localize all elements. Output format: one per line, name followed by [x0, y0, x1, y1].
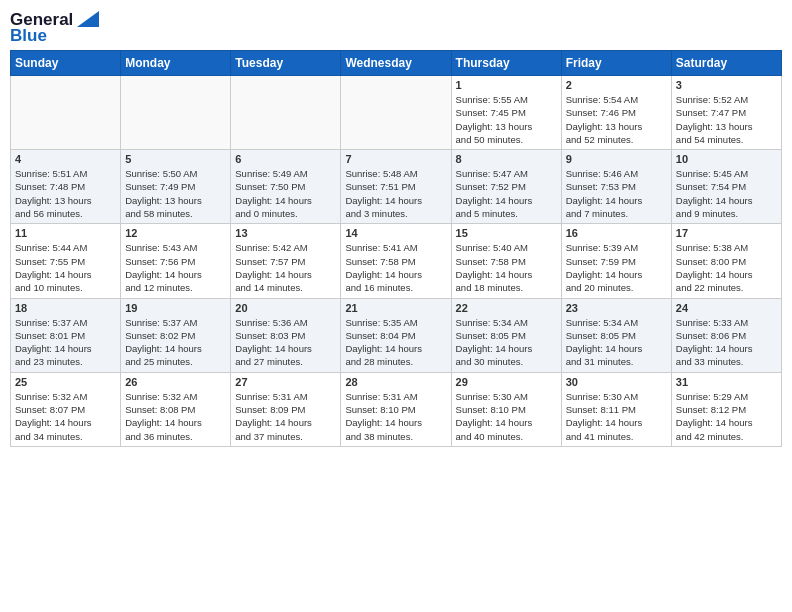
day-info: Sunrise: 5:52 AM Sunset: 7:47 PM Dayligh… — [676, 93, 777, 146]
day-number: 26 — [125, 376, 226, 388]
calendar-week-row: 18Sunrise: 5:37 AM Sunset: 8:01 PM Dayli… — [11, 298, 782, 372]
day-info: Sunrise: 5:39 AM Sunset: 7:59 PM Dayligh… — [566, 241, 667, 294]
day-number: 31 — [676, 376, 777, 388]
day-info: Sunrise: 5:38 AM Sunset: 8:00 PM Dayligh… — [676, 241, 777, 294]
day-info: Sunrise: 5:40 AM Sunset: 7:58 PM Dayligh… — [456, 241, 557, 294]
day-info: Sunrise: 5:35 AM Sunset: 8:04 PM Dayligh… — [345, 316, 446, 369]
calendar-cell: 8Sunrise: 5:47 AM Sunset: 7:52 PM Daylig… — [451, 150, 561, 224]
page-header: General Blue — [10, 10, 782, 46]
calendar-cell: 14Sunrise: 5:41 AM Sunset: 7:58 PM Dayli… — [341, 224, 451, 298]
calendar-cell: 22Sunrise: 5:34 AM Sunset: 8:05 PM Dayli… — [451, 298, 561, 372]
day-info: Sunrise: 5:43 AM Sunset: 7:56 PM Dayligh… — [125, 241, 226, 294]
calendar-cell — [11, 76, 121, 150]
calendar-cell: 21Sunrise: 5:35 AM Sunset: 8:04 PM Dayli… — [341, 298, 451, 372]
calendar-week-row: 1Sunrise: 5:55 AM Sunset: 7:45 PM Daylig… — [11, 76, 782, 150]
logo: General Blue — [10, 10, 99, 46]
calendar-week-row: 11Sunrise: 5:44 AM Sunset: 7:55 PM Dayli… — [11, 224, 782, 298]
day-number: 18 — [15, 302, 116, 314]
day-info: Sunrise: 5:34 AM Sunset: 8:05 PM Dayligh… — [456, 316, 557, 369]
calendar-cell — [121, 76, 231, 150]
day-info: Sunrise: 5:34 AM Sunset: 8:05 PM Dayligh… — [566, 316, 667, 369]
calendar-cell: 9Sunrise: 5:46 AM Sunset: 7:53 PM Daylig… — [561, 150, 671, 224]
day-number: 16 — [566, 227, 667, 239]
calendar-cell: 17Sunrise: 5:38 AM Sunset: 8:00 PM Dayli… — [671, 224, 781, 298]
weekday-header-monday: Monday — [121, 51, 231, 76]
calendar-cell: 28Sunrise: 5:31 AM Sunset: 8:10 PM Dayli… — [341, 372, 451, 446]
calendar-cell: 24Sunrise: 5:33 AM Sunset: 8:06 PM Dayli… — [671, 298, 781, 372]
day-info: Sunrise: 5:31 AM Sunset: 8:09 PM Dayligh… — [235, 390, 336, 443]
day-info: Sunrise: 5:47 AM Sunset: 7:52 PM Dayligh… — [456, 167, 557, 220]
day-number: 9 — [566, 153, 667, 165]
calendar-cell: 4Sunrise: 5:51 AM Sunset: 7:48 PM Daylig… — [11, 150, 121, 224]
day-info: Sunrise: 5:44 AM Sunset: 7:55 PM Dayligh… — [15, 241, 116, 294]
logo-blue-text: Blue — [10, 26, 47, 46]
day-number: 29 — [456, 376, 557, 388]
day-info: Sunrise: 5:46 AM Sunset: 7:53 PM Dayligh… — [566, 167, 667, 220]
weekday-header-row: SundayMondayTuesdayWednesdayThursdayFrid… — [11, 51, 782, 76]
calendar-cell: 5Sunrise: 5:50 AM Sunset: 7:49 PM Daylig… — [121, 150, 231, 224]
calendar-cell: 10Sunrise: 5:45 AM Sunset: 7:54 PM Dayli… — [671, 150, 781, 224]
calendar-cell: 23Sunrise: 5:34 AM Sunset: 8:05 PM Dayli… — [561, 298, 671, 372]
weekday-header-friday: Friday — [561, 51, 671, 76]
day-number: 4 — [15, 153, 116, 165]
day-number: 11 — [15, 227, 116, 239]
day-info: Sunrise: 5:29 AM Sunset: 8:12 PM Dayligh… — [676, 390, 777, 443]
calendar-cell: 19Sunrise: 5:37 AM Sunset: 8:02 PM Dayli… — [121, 298, 231, 372]
calendar-cell: 27Sunrise: 5:31 AM Sunset: 8:09 PM Dayli… — [231, 372, 341, 446]
day-number: 14 — [345, 227, 446, 239]
calendar-cell: 31Sunrise: 5:29 AM Sunset: 8:12 PM Dayli… — [671, 372, 781, 446]
calendar-cell: 2Sunrise: 5:54 AM Sunset: 7:46 PM Daylig… — [561, 76, 671, 150]
day-info: Sunrise: 5:32 AM Sunset: 8:07 PM Dayligh… — [15, 390, 116, 443]
calendar-cell — [341, 76, 451, 150]
day-info: Sunrise: 5:50 AM Sunset: 7:49 PM Dayligh… — [125, 167, 226, 220]
day-number: 13 — [235, 227, 336, 239]
calendar-cell: 16Sunrise: 5:39 AM Sunset: 7:59 PM Dayli… — [561, 224, 671, 298]
calendar-cell: 15Sunrise: 5:40 AM Sunset: 7:58 PM Dayli… — [451, 224, 561, 298]
day-info: Sunrise: 5:45 AM Sunset: 7:54 PM Dayligh… — [676, 167, 777, 220]
calendar-cell: 13Sunrise: 5:42 AM Sunset: 7:57 PM Dayli… — [231, 224, 341, 298]
day-number: 1 — [456, 79, 557, 91]
day-number: 21 — [345, 302, 446, 314]
calendar-cell: 20Sunrise: 5:36 AM Sunset: 8:03 PM Dayli… — [231, 298, 341, 372]
day-number: 28 — [345, 376, 446, 388]
calendar-cell: 11Sunrise: 5:44 AM Sunset: 7:55 PM Dayli… — [11, 224, 121, 298]
weekday-header-saturday: Saturday — [671, 51, 781, 76]
day-info: Sunrise: 5:37 AM Sunset: 8:02 PM Dayligh… — [125, 316, 226, 369]
day-number: 25 — [15, 376, 116, 388]
day-info: Sunrise: 5:54 AM Sunset: 7:46 PM Dayligh… — [566, 93, 667, 146]
day-info: Sunrise: 5:41 AM Sunset: 7:58 PM Dayligh… — [345, 241, 446, 294]
calendar-cell: 25Sunrise: 5:32 AM Sunset: 8:07 PM Dayli… — [11, 372, 121, 446]
calendar-cell: 30Sunrise: 5:30 AM Sunset: 8:11 PM Dayli… — [561, 372, 671, 446]
logo-icon — [77, 11, 99, 27]
weekday-header-wednesday: Wednesday — [341, 51, 451, 76]
day-info: Sunrise: 5:30 AM Sunset: 8:11 PM Dayligh… — [566, 390, 667, 443]
weekday-header-sunday: Sunday — [11, 51, 121, 76]
calendar-cell — [231, 76, 341, 150]
weekday-header-tuesday: Tuesday — [231, 51, 341, 76]
day-number: 8 — [456, 153, 557, 165]
day-number: 20 — [235, 302, 336, 314]
day-number: 27 — [235, 376, 336, 388]
day-number: 5 — [125, 153, 226, 165]
day-info: Sunrise: 5:33 AM Sunset: 8:06 PM Dayligh… — [676, 316, 777, 369]
day-number: 6 — [235, 153, 336, 165]
day-number: 17 — [676, 227, 777, 239]
svg-marker-0 — [77, 11, 99, 27]
day-info: Sunrise: 5:55 AM Sunset: 7:45 PM Dayligh… — [456, 93, 557, 146]
day-info: Sunrise: 5:37 AM Sunset: 8:01 PM Dayligh… — [15, 316, 116, 369]
day-number: 15 — [456, 227, 557, 239]
calendar-cell: 12Sunrise: 5:43 AM Sunset: 7:56 PM Dayli… — [121, 224, 231, 298]
day-info: Sunrise: 5:30 AM Sunset: 8:10 PM Dayligh… — [456, 390, 557, 443]
day-number: 30 — [566, 376, 667, 388]
day-info: Sunrise: 5:36 AM Sunset: 8:03 PM Dayligh… — [235, 316, 336, 369]
calendar-cell: 26Sunrise: 5:32 AM Sunset: 8:08 PM Dayli… — [121, 372, 231, 446]
calendar-cell: 29Sunrise: 5:30 AM Sunset: 8:10 PM Dayli… — [451, 372, 561, 446]
weekday-header-thursday: Thursday — [451, 51, 561, 76]
day-number: 24 — [676, 302, 777, 314]
calendar-cell: 3Sunrise: 5:52 AM Sunset: 7:47 PM Daylig… — [671, 76, 781, 150]
day-info: Sunrise: 5:32 AM Sunset: 8:08 PM Dayligh… — [125, 390, 226, 443]
calendar-cell: 1Sunrise: 5:55 AM Sunset: 7:45 PM Daylig… — [451, 76, 561, 150]
day-number: 23 — [566, 302, 667, 314]
day-number: 10 — [676, 153, 777, 165]
day-number: 12 — [125, 227, 226, 239]
